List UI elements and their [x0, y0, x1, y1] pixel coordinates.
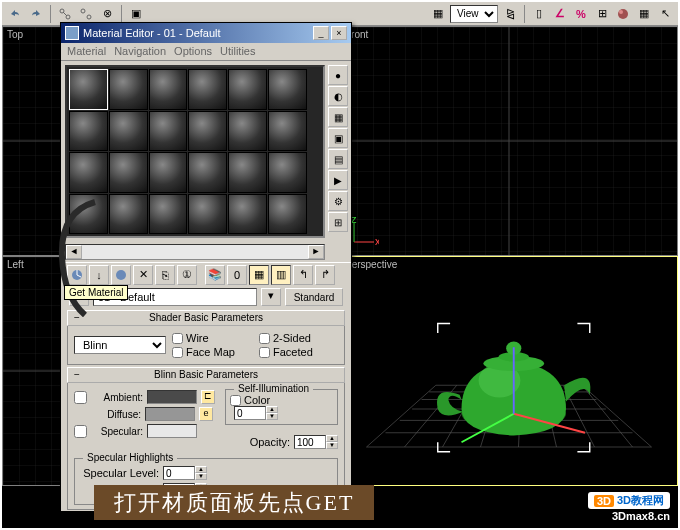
menu-utilities[interactable]: Utilities	[220, 45, 255, 58]
name-dropdown-icon[interactable]: ▾	[261, 288, 281, 306]
rollout-header[interactable]: Blinn Basic Parameters	[67, 367, 345, 383]
wire-checkbox[interactable]: Wire	[172, 332, 251, 344]
sample-slot[interactable]	[228, 152, 267, 193]
arrow-icon[interactable]: ↖	[656, 5, 674, 23]
video-check-icon[interactable]: ▤	[328, 149, 348, 169]
put-to-scene-icon[interactable]: ↓	[89, 265, 109, 285]
go-sibling-icon[interactable]: ↱	[315, 265, 335, 285]
ambient-lock-checkbox[interactable]	[74, 391, 87, 404]
spec-level-spinner[interactable]: ▲▼	[163, 466, 207, 480]
go-parent-icon[interactable]: ↰	[293, 265, 313, 285]
ambient-diffuse-lock-icon[interactable]: ⊏	[201, 390, 215, 404]
two-sided-checkbox[interactable]: 2-Sided	[259, 332, 338, 344]
material-editor-icon[interactable]	[614, 5, 632, 23]
sample-slot[interactable]	[149, 69, 188, 110]
viewport-perspective[interactable]: Perspective	[340, 256, 678, 486]
viewport-front[interactable]: Front xz	[340, 26, 678, 256]
select-by-mat-icon[interactable]: ⊞	[328, 212, 348, 232]
make-unique-icon[interactable]: ①	[177, 265, 197, 285]
opacity-spinner[interactable]: ▲▼	[294, 435, 338, 449]
sample-slot[interactable]	[268, 194, 307, 235]
options-icon[interactable]: ⚙	[328, 191, 348, 211]
snap-toggle-icon[interactable]: ⊞	[593, 5, 611, 23]
menu-navigation[interactable]: Navigation	[114, 45, 166, 58]
sample-slot[interactable]	[268, 69, 307, 110]
sample-slot[interactable]	[149, 194, 188, 235]
reset-icon[interactable]: ✕	[133, 265, 153, 285]
named-sel-icon[interactable]: ▦	[429, 5, 447, 23]
sample-slot[interactable]	[188, 152, 227, 193]
sample-slot[interactable]	[228, 194, 267, 235]
sample-slot[interactable]	[69, 111, 108, 152]
svg-point-6	[619, 10, 623, 14]
diffuse-label: Diffuse:	[89, 409, 141, 420]
sample-slot[interactable]	[69, 194, 108, 235]
window-titlebar[interactable]: Material Editor - 01 - Default _ ×	[61, 23, 351, 43]
shader-params-rollout: Shader Basic Parameters Blinn Wire 2-Sid…	[67, 310, 345, 365]
sample-slot[interactable]	[69, 152, 108, 193]
make-preview-icon[interactable]: ▶	[328, 170, 348, 190]
specular-color-swatch[interactable]	[147, 424, 197, 438]
sample-slot[interactable]	[268, 152, 307, 193]
sample-slot[interactable]	[109, 69, 148, 110]
bind-icon[interactable]: ⊗	[98, 5, 116, 23]
menu-options[interactable]: Options	[174, 45, 212, 58]
sample-toolbar-right: ● ◐ ▦ ▣ ▤ ▶ ⚙ ⊞	[325, 65, 347, 238]
mirror-icon[interactable]: ⧎	[501, 5, 519, 23]
render-icon[interactable]: ▦	[635, 5, 653, 23]
opacity-label: Opacity:	[250, 436, 290, 448]
diffuse-map-icon[interactable]: e	[199, 407, 213, 421]
sample-uv-icon[interactable]: ▣	[328, 128, 348, 148]
specular-lock-checkbox[interactable]	[74, 425, 87, 438]
sample-type-icon[interactable]: ●	[328, 65, 348, 85]
make-copy-icon[interactable]: ⎘	[155, 265, 175, 285]
svg-point-5	[618, 9, 628, 19]
ambient-color-swatch[interactable]	[147, 390, 197, 404]
viewport-label: Left	[7, 259, 24, 270]
sample-slot[interactable]	[228, 111, 267, 152]
shader-type-select[interactable]: Blinn	[74, 336, 166, 354]
sample-slot[interactable]	[149, 111, 188, 152]
viewport-label: Top	[7, 29, 23, 40]
self-illum-color-checkbox[interactable]: Color	[230, 394, 333, 406]
snap-angle-icon[interactable]: ∠	[551, 5, 569, 23]
backlight-icon[interactable]: ◐	[328, 86, 348, 106]
align-icon[interactable]: ▯	[530, 5, 548, 23]
sample-slot[interactable]	[268, 111, 307, 152]
sample-slot[interactable]	[188, 69, 227, 110]
sample-slot[interactable]	[188, 111, 227, 152]
faceted-checkbox[interactable]: Faceted	[259, 346, 338, 358]
select-icon[interactable]: ▣	[127, 5, 145, 23]
link-icon[interactable]	[56, 5, 74, 23]
face-map-checkbox[interactable]: Face Map	[172, 346, 251, 358]
snap-percent-icon[interactable]: %	[572, 5, 590, 23]
minimize-button[interactable]: _	[313, 26, 329, 40]
show-end-icon[interactable]: ▥	[271, 265, 291, 285]
background-icon[interactable]: ▦	[328, 107, 348, 127]
material-type-button[interactable]: Standard	[285, 288, 343, 306]
sample-slot[interactable]	[69, 69, 108, 110]
diffuse-color-swatch[interactable]	[145, 407, 195, 421]
sample-slot[interactable]	[109, 152, 148, 193]
self-illum-spinner[interactable]: ▲▼	[234, 406, 278, 420]
ambient-label: Ambient:	[91, 392, 143, 403]
menu-material[interactable]: Material	[67, 45, 106, 58]
put-to-lib-icon[interactable]: 📚	[205, 265, 225, 285]
sample-slot[interactable]	[109, 194, 148, 235]
rollout-header[interactable]: Shader Basic Parameters	[67, 310, 345, 326]
show-map-icon[interactable]: ▦	[249, 265, 269, 285]
redo-icon[interactable]	[27, 5, 45, 23]
material-editor-window: Material Editor - 01 - Default _ × Mater…	[60, 22, 352, 512]
undo-icon[interactable]	[6, 5, 24, 23]
assign-to-sel-icon[interactable]	[111, 265, 131, 285]
close-button[interactable]: ×	[331, 26, 347, 40]
view-dropdown[interactable]: View	[450, 5, 498, 23]
get-material-button[interactable]	[67, 265, 87, 285]
sample-slot[interactable]	[228, 69, 267, 110]
unlink-icon[interactable]	[77, 5, 95, 23]
mat-effects-icon[interactable]: 0	[227, 265, 247, 285]
sample-slot[interactable]	[149, 152, 188, 193]
sample-slot[interactable]	[109, 111, 148, 152]
sample-slot[interactable]	[188, 194, 227, 235]
sample-scrollbar[interactable]: ◄►	[65, 244, 325, 260]
